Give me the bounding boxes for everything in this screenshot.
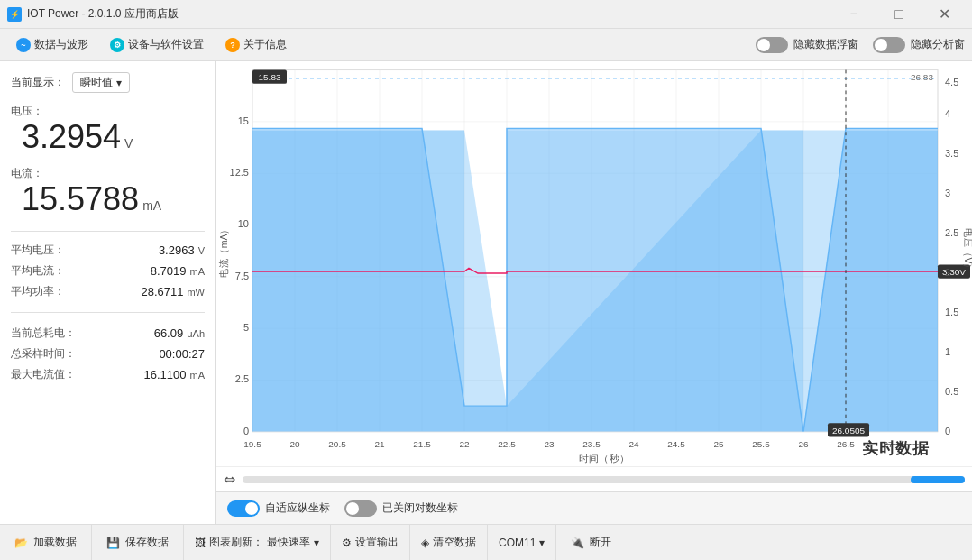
chart-container[interactable]: 3.30V 15.83 26.0505 26.83 0 2.5 5 7.5 (216, 61, 972, 466)
toggle-hide-analysis: 隐藏分析窗 (873, 37, 965, 53)
avg-voltage-unit: V (198, 245, 205, 256)
svg-text:10: 10 (238, 219, 249, 230)
connect-label: 断开 (590, 535, 611, 550)
output-label: 设置输出 (355, 535, 399, 550)
toggle-hide-analysis-switch[interactable] (873, 37, 905, 53)
save-data-icon: 💾 (106, 537, 120, 549)
scroll-thumb[interactable] (911, 476, 965, 483)
avg-current-value-group: 8.7019 mA (151, 264, 205, 278)
current-value-row: 15.5788 mA (11, 181, 205, 217)
main-content: 当前显示： 瞬时值 ▾ 电压： 3.2954 V 电流： 15.5788 mA … (0, 61, 972, 524)
log-y-toggle-group: 已关闭对数坐标 (344, 500, 458, 517)
clear-data-button[interactable]: ◈ 清空数据 (410, 525, 488, 560)
about-icon: ? (225, 38, 240, 52)
com-port-select[interactable]: COM11 ▾ (488, 525, 556, 560)
chevron-down-icon: ▾ (539, 537, 545, 549)
svg-text:20: 20 (289, 439, 300, 449)
avg-current-label: 平均电流： (11, 263, 65, 279)
connect-icon: 🔌 (571, 537, 584, 549)
menu-right: 隐藏数据浮窗 隐藏分析窗 (756, 37, 965, 53)
app-title: IOT Power - 2.0.1.0 应用商店版 (27, 6, 179, 22)
display-mode-row: 当前显示： 瞬时值 ▾ (11, 72, 205, 93)
current-label: 电流： (11, 166, 205, 181)
svg-text:25.5: 25.5 (752, 439, 770, 449)
menu-bar: ~ 数据与波形 ⚙ 设备与软件设置 ? 关于信息 隐藏数据浮窗 隐藏分析窗 (0, 29, 972, 61)
log-y-toggle[interactable] (344, 500, 377, 517)
svg-text:4: 4 (945, 108, 950, 119)
scroll-area[interactable]: ⇔ (216, 466, 972, 491)
voltage-value-row: 3.2954 V (11, 119, 205, 155)
adaptive-y-toggle[interactable] (227, 500, 260, 517)
data-icon: ~ (16, 38, 31, 52)
load-data-icon: 📂 (14, 537, 28, 549)
voltage-value: 3.2954 (22, 119, 121, 155)
menu-left: ~ 数据与波形 ⚙ 设备与软件设置 ? 关于信息 (7, 33, 296, 56)
svg-text:时间（秒）: 时间（秒） (579, 453, 629, 464)
svg-text:2.5: 2.5 (945, 227, 958, 238)
total-charge-value-group: 66.09 μAh (154, 326, 205, 340)
svg-text:26.0505: 26.0505 (832, 426, 866, 436)
svg-text:22.5: 22.5 (498, 439, 516, 449)
svg-text:12.5: 12.5 (230, 167, 249, 178)
sample-time-value: 00:00:27 (159, 347, 205, 361)
svg-text:15: 15 (238, 115, 249, 126)
save-data-label: 保存数据 (125, 535, 169, 550)
menu-item-about[interactable]: ? 关于信息 (216, 33, 296, 56)
close-button[interactable]: ✕ (923, 0, 965, 29)
stats-section-2: 当前总耗电： 66.09 μAh 总采样时间： 00:00:27 最大电流值： … (11, 326, 205, 382)
scroll-track[interactable] (243, 476, 965, 483)
svg-text:4.5: 4.5 (945, 77, 958, 87)
connect-button[interactable]: 🔌 断开 (556, 525, 626, 560)
refresh-rate-select[interactable]: 🖼 图表刷新： 最快速率 ▾ (184, 525, 331, 560)
save-data-button[interactable]: 💾 保存数据 (92, 525, 184, 560)
svg-text:0.5: 0.5 (945, 386, 958, 397)
total-charge-label: 当前总耗电： (11, 326, 76, 341)
menu-item-data[interactable]: ~ 数据与波形 (7, 33, 97, 56)
toggle-hide-data-switch[interactable] (756, 37, 788, 53)
display-mode-select[interactable]: 瞬时值 ▾ (72, 72, 130, 93)
output-settings-button[interactable]: ⚙ 设置输出 (331, 525, 410, 560)
chevron-down-icon: ▾ (314, 537, 319, 549)
max-current-row: 最大电流值： 16.1100 mA (11, 367, 205, 382)
total-charge-unit: μAh (187, 328, 205, 339)
log-y-label: 已关闭对数坐标 (382, 500, 458, 516)
clear-icon: ◈ (421, 537, 429, 549)
avg-power-unit: mW (187, 287, 205, 298)
svg-text:15.83: 15.83 (258, 72, 280, 82)
current-value: 15.5788 (22, 181, 139, 217)
svg-text:23: 23 (544, 439, 554, 449)
load-data-button[interactable]: 📂 加载数据 (0, 525, 92, 560)
avg-power-value: 28.6711 (141, 285, 183, 298)
svg-text:1.5: 1.5 (945, 307, 958, 317)
svg-text:26.83: 26.83 (911, 72, 933, 82)
refresh-rate-icon: 🖼 (195, 537, 206, 549)
sample-time-value-group: 00:00:27 (159, 347, 205, 361)
divider-2 (11, 312, 205, 313)
com-port-value: COM11 (499, 537, 536, 549)
avg-voltage-value: 3.2963 (159, 243, 195, 257)
svg-text:22: 22 (459, 439, 469, 449)
current-section: 电流： 15.5788 mA (11, 166, 205, 217)
svg-text:23.5: 23.5 (582, 439, 601, 449)
maximize-button[interactable]: □ (878, 0, 920, 29)
minimize-button[interactable]: － (833, 0, 875, 29)
svg-text:5: 5 (243, 322, 249, 333)
svg-text:电流（mA）: 电流（mA） (218, 225, 229, 278)
adaptive-y-label: 自适应纵坐标 (265, 500, 330, 516)
svg-text:20.5: 20.5 (328, 439, 346, 449)
svg-text:2: 2 (945, 267, 950, 278)
sample-time-row: 总采样时间： 00:00:27 (11, 346, 205, 362)
svg-text:实时数据: 实时数据 (861, 438, 930, 457)
avg-current-unit: mA (190, 266, 206, 277)
adaptive-y-toggle-group: 自适应纵坐标 (227, 500, 330, 517)
menu-item-settings[interactable]: ⚙ 设备与软件设置 (101, 33, 213, 56)
menu-data-label: 数据与波形 (34, 37, 88, 52)
svg-text:21.5: 21.5 (413, 439, 431, 449)
app-icon: ⚡ (7, 7, 22, 22)
scroll-fit-icon[interactable]: ⇔ (224, 471, 235, 488)
svg-text:0: 0 (945, 426, 950, 436)
avg-power-row: 平均功率： 28.6711 mW (11, 284, 205, 299)
output-icon: ⚙ (342, 537, 352, 549)
toggle-hide-data-label: 隐藏数据浮窗 (793, 37, 858, 52)
avg-voltage-row: 平均电压： 3.2963 V (11, 243, 205, 258)
